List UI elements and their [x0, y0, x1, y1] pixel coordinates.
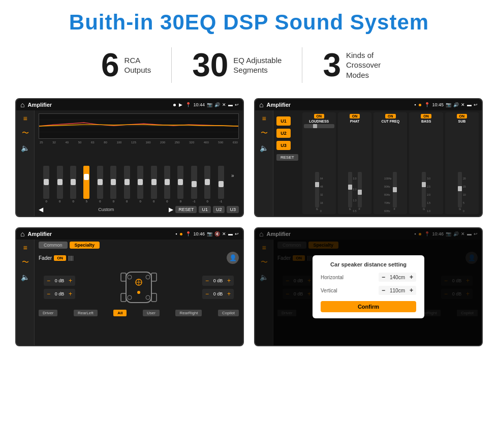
u3-preset-btn[interactable]: U3: [276, 141, 291, 150]
vertical-minus[interactable]: −: [382, 287, 385, 294]
svg-rect-4: [126, 272, 151, 303]
cam-icon-crossover: 📷: [446, 102, 451, 107]
vol-plus-right-top[interactable]: +: [227, 277, 231, 284]
left-sidebar-fader: ≡ 〜 🔈: [16, 240, 35, 345]
home-icon-crossover[interactable]: ⌂: [259, 101, 263, 109]
wave-icon-crossover[interactable]: 〜: [261, 129, 268, 138]
tab-common[interactable]: Common: [39, 242, 68, 249]
vol-minus-left-bottom[interactable]: −: [47, 290, 50, 297]
vol-icon-fader: 🔇: [214, 231, 220, 236]
tab-specialty[interactable]: Specialty: [70, 242, 100, 249]
ch-phat: ON PHAT G 3.02.11.30.5: [338, 112, 371, 214]
vol-value-left-bottom: 0 dB: [52, 291, 67, 296]
home-icon-fader[interactable]: ⌂: [20, 230, 24, 238]
eq-freq-labels: 25 32 40 50 63 80 100 125 160 200 250 32…: [39, 141, 239, 144]
svg-point-14: [146, 275, 150, 279]
wave-icon[interactable]: 〜: [22, 129, 29, 138]
speaker-icon-fader[interactable]: 🔈: [21, 273, 29, 281]
eq-sliders: 0 0 0 5: [39, 147, 239, 204]
svg-rect-6: [151, 273, 157, 281]
copilot-btn[interactable]: Copilot: [218, 310, 239, 316]
ch-bass: ON BASS G 3.02.52.01.51.0: [409, 112, 443, 214]
rect-icon-eq: ▬: [228, 102, 233, 107]
back-icon-fader[interactable]: ↩: [235, 231, 239, 236]
svg-rect-7: [121, 293, 126, 302]
eq-slider-2: 0: [57, 166, 63, 204]
horizontal-control: − 140cm +: [379, 273, 416, 282]
vol-plus-left-bottom[interactable]: +: [69, 290, 72, 297]
eq-slider-11: 0: [177, 166, 183, 204]
u1-preset-btn[interactable]: U1: [276, 116, 291, 126]
vertical-label: Vertical: [321, 288, 351, 293]
horizontal-minus[interactable]: −: [382, 274, 385, 281]
screen-crossover: ⌂ Amplifier ▪ 📍 10:45 📷 🔊 ✕ ▬ ↩: [254, 98, 483, 217]
user-btn[interactable]: User: [143, 310, 160, 316]
stat-crossover-label: Kinds ofCrossover Modes: [346, 50, 397, 80]
vol-plus-left-top[interactable]: +: [69, 277, 72, 284]
stat-rca-number: 6: [101, 49, 119, 81]
confirm-button[interactable]: Confirm: [321, 301, 416, 312]
bass-on-btn[interactable]: ON: [421, 114, 431, 118]
eq-slider-4: 5: [83, 166, 89, 204]
loudness-slider-h[interactable]: [304, 124, 334, 128]
vol-minus-right-bottom[interactable]: −: [205, 290, 209, 297]
all-btn[interactable]: All: [113, 310, 127, 316]
prev-preset-btn[interactable]: ◀: [39, 206, 43, 213]
more-icon[interactable]: »: [231, 173, 234, 178]
cutfreq-on-btn[interactable]: ON: [385, 114, 396, 118]
vol-plus-right-bottom[interactable]: +: [227, 290, 231, 297]
svg-rect-5: [121, 273, 126, 281]
eq-slider-13: 0: [204, 166, 210, 204]
eq-icon[interactable]: ≡: [23, 114, 27, 123]
next-preset-btn[interactable]: ▶: [169, 206, 173, 213]
rear-left-btn[interactable]: RearLeft: [74, 310, 98, 316]
u3-btn[interactable]: U3: [227, 206, 239, 213]
sub-on-btn[interactable]: ON: [457, 114, 468, 118]
rear-right-btn[interactable]: RearRight: [175, 310, 202, 316]
stat-crossover-number: 3: [323, 49, 341, 81]
fader-label: Fader: [39, 255, 52, 261]
home-icon-eq[interactable]: ⌂: [20, 101, 24, 109]
screen-fader: ⌂ Amplifier ▪ 📍 10:46 📷 🔇 ✕ ▬ ↩: [15, 227, 244, 346]
speaker-icon[interactable]: 🔈: [21, 144, 29, 152]
vol-icon-eq: 🔊: [214, 102, 220, 107]
location-icon-eq: 📍: [185, 102, 191, 107]
driver-btn[interactable]: Driver: [39, 310, 57, 316]
status-dot-eq: [173, 104, 176, 106]
vol-value-right-top: 0 dB: [211, 278, 225, 283]
status-icons-fader: 📍 10:46 📷 🔇 ✕ ▬ ↩: [185, 231, 239, 236]
vol-minus-left-top[interactable]: −: [47, 277, 50, 284]
location-icon-crossover: 📍: [424, 102, 430, 107]
time-eq: 10:44: [193, 102, 205, 107]
eq-slider-12: -1: [191, 166, 197, 204]
u2-btn[interactable]: U2: [213, 206, 225, 213]
phat-on-btn[interactable]: ON: [350, 114, 360, 118]
loudness-on-btn[interactable]: ON: [314, 114, 325, 118]
profile-icon-fader[interactable]: 👤: [227, 252, 239, 264]
reset-crossover-btn[interactable]: RESET: [276, 154, 298, 161]
bass-title: BASS: [421, 120, 431, 123]
fader-on-toggle[interactable]: ON: [54, 255, 66, 261]
speaker-icon-crossover[interactable]: 🔈: [260, 144, 268, 152]
cutfreq-title: CUT FREQ: [381, 120, 399, 123]
status-bar-crossover: ⌂ Amplifier ▪ 📍 10:45 📷 🔊 ✕ ▬ ↩: [255, 99, 482, 110]
back-icon-eq[interactable]: ↩: [235, 102, 239, 107]
horizontal-plus[interactable]: +: [410, 274, 413, 281]
stat-eq-number: 30: [192, 49, 228, 81]
vertical-plus[interactable]: +: [410, 287, 413, 294]
eq-icon-fader[interactable]: ≡: [23, 244, 27, 252]
play-icon-eq: ▶: [179, 102, 182, 107]
u1-btn[interactable]: U1: [199, 206, 211, 213]
eq-main: 25 32 40 50 63 80 100 125 160 200 250 32…: [35, 110, 243, 216]
eq-icon-crossover[interactable]: ≡: [262, 114, 266, 123]
device-screen-fader: ⌂ Amplifier ▪ 📍 10:46 📷 🔇 ✕ ▬ ↩: [16, 228, 243, 345]
u2-preset-btn[interactable]: U2: [276, 129, 291, 138]
device-screen-dialog: ⌂ Amplifier ▪ 📍 10:46 📷 🔊 ✕ ▬ ↩: [255, 228, 482, 345]
square-icon-crossover: ▪: [414, 102, 416, 107]
reset-btn[interactable]: RESET: [175, 206, 197, 213]
dialog-horizontal-row: Horizontal − 140cm +: [321, 273, 416, 282]
wave-icon-fader[interactable]: 〜: [22, 258, 29, 267]
stat-crossover: 3 Kinds ofCrossover Modes: [302, 49, 417, 81]
vol-minus-right-top[interactable]: −: [205, 277, 209, 284]
back-icon-crossover[interactable]: ↩: [474, 102, 478, 107]
